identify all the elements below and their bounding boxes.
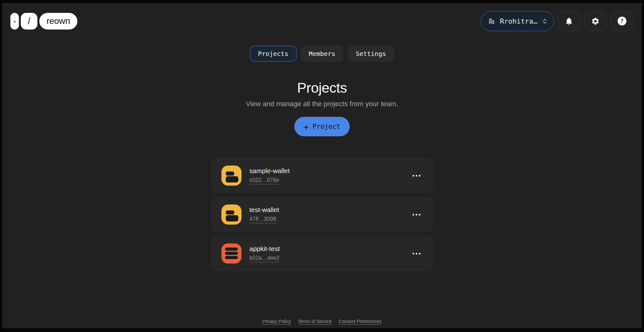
footer: Privacy Policy Terms of Service Consent …: [2, 319, 642, 324]
logo-slash-pill: /: [21, 13, 37, 30]
question-mark-icon: ?: [618, 17, 626, 25]
org-name-label: Rrohitra…: [500, 17, 537, 25]
team-tabs: Projects Members Settings: [2, 46, 642, 62]
org-selector[interactable]: Rrohitra…: [481, 11, 554, 31]
reown-logo[interactable]: . / reown: [10, 13, 77, 30]
project-row[interactable]: appkit-test b02a…dee2: [211, 236, 433, 271]
page-title: Projects: [2, 80, 642, 96]
gear-icon: [591, 17, 600, 25]
notifications-button[interactable]: [558, 11, 580, 31]
tab-settings[interactable]: Settings: [347, 46, 394, 62]
project-menu-button[interactable]: [409, 211, 424, 219]
ellipsis-icon: [413, 175, 420, 177]
page-subtitle: View and manage all the projects from yo…: [2, 100, 642, 108]
consent-preferences-link[interactable]: Consent Preferences: [339, 319, 381, 324]
tab-projects[interactable]: Projects: [250, 46, 297, 62]
chevron-up-down-icon: [541, 18, 548, 24]
project-name: sample-wallet: [249, 167, 290, 175]
logo-dot-pill: .: [10, 13, 19, 30]
rows-icon: [221, 243, 242, 264]
project-row[interactable]: test-wallet 47ff…3098: [211, 197, 433, 232]
new-project-label: Project: [313, 123, 341, 130]
header-actions: Rrohitra…: [481, 11, 633, 31]
project-name: appkit-test: [249, 245, 280, 253]
logo-wordmark-pill: reown: [39, 13, 77, 30]
project-menu-button[interactable]: [409, 172, 424, 180]
terms-of-service-link[interactable]: Terms of Service: [298, 319, 332, 324]
building-icon: [488, 17, 496, 25]
wallet-icon: [221, 204, 242, 225]
ellipsis-icon: [413, 214, 420, 215]
project-name: test-wallet: [249, 206, 279, 214]
new-project-button[interactable]: + Project: [294, 117, 350, 136]
plus-icon: +: [304, 122, 309, 131]
project-id-link[interactable]: 47ff…3098: [249, 216, 276, 223]
header: . / reown: [2, 3, 642, 31]
project-menu-button[interactable]: [409, 250, 424, 258]
project-id-link[interactable]: b02a…dee2: [249, 255, 279, 262]
wallet-icon: [221, 166, 242, 186]
tab-members[interactable]: Members: [301, 46, 343, 62]
privacy-policy-link[interactable]: Privacy Policy: [263, 319, 291, 324]
project-id-link[interactable]: c022…676e: [249, 177, 279, 184]
settings-button[interactable]: [584, 11, 607, 31]
app-background: . / reown: [2, 3, 642, 328]
project-list: sample-wallet c022…676e test-wallet 47ff…: [211, 158, 433, 271]
help-button[interactable]: ?: [610, 11, 633, 31]
project-row[interactable]: sample-wallet c022…676e: [211, 158, 433, 193]
ellipsis-icon: [413, 253, 420, 254]
bell-icon: [565, 17, 573, 25]
